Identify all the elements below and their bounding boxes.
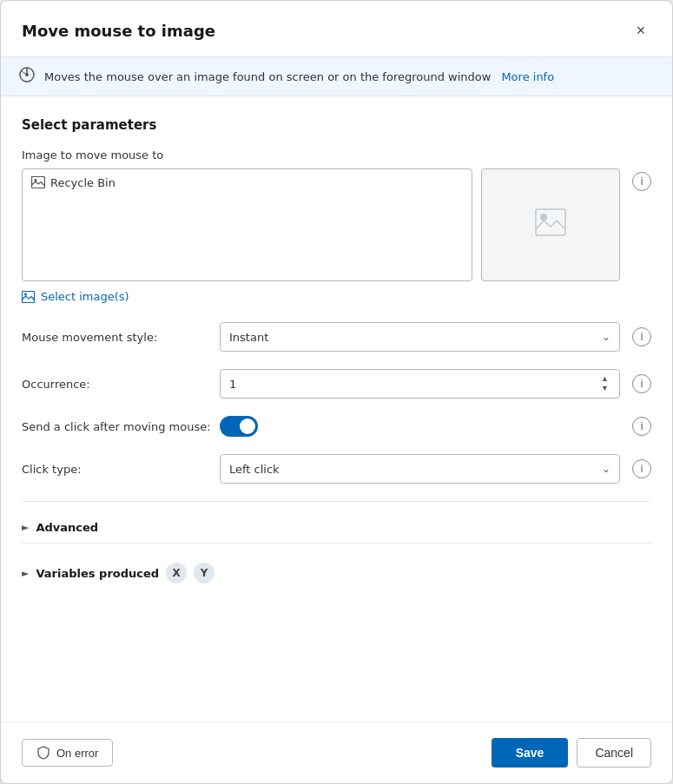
variables-row[interactable]: ► Variables produced X Y	[22, 557, 651, 589]
advanced-chevron-icon: ►	[22, 522, 29, 533]
on-error-button[interactable]: On error	[22, 739, 113, 767]
mouse-movement-style-label: Mouse movement style:	[22, 331, 213, 344]
mouse-movement-style-dropdown[interactable]: Instant ⌄	[220, 322, 620, 352]
select-images-label: Select image(s)	[41, 290, 129, 303]
variables-label: Variables produced	[36, 567, 159, 580]
svg-point-7	[540, 214, 547, 221]
send-click-toggle[interactable]	[220, 416, 258, 437]
divider-1	[22, 501, 651, 502]
click-type-control: Left click ⌄ i	[220, 454, 651, 484]
image-field-label: Image to move mouse to	[22, 148, 651, 161]
send-click-control: i	[220, 416, 651, 437]
mouse-movement-style-info-button[interactable]: i	[632, 327, 651, 346]
svg-point-9	[24, 293, 27, 295]
occurrence-down-button[interactable]: ▼	[599, 384, 610, 393]
close-button[interactable]: ×	[627, 16, 655, 44]
image-main-box[interactable]: Recycle Bin	[22, 168, 472, 281]
dialog-title: Move mouse to image	[22, 22, 215, 40]
cancel-button[interactable]: Cancel	[577, 738, 651, 768]
section-title: Select parameters	[22, 117, 651, 133]
content: Select parameters Image to move mouse to	[1, 96, 672, 721]
advanced-label: Advanced	[36, 521, 98, 534]
image-info-button[interactable]: i	[632, 172, 651, 191]
save-button[interactable]: Save	[492, 738, 569, 768]
svg-rect-6	[536, 209, 565, 235]
occurrence-input[interactable]: 1 ▲ ▼	[220, 369, 620, 399]
svg-rect-4	[32, 177, 45, 188]
occurrence-value: 1	[229, 378, 236, 391]
variables-chevron-icon: ►	[22, 568, 29, 579]
mouse-movement-style-row: Mouse movement style: Instant ⌄ i	[22, 322, 651, 352]
image-preview-box	[481, 168, 620, 281]
preview-placeholder-icon	[535, 208, 566, 242]
info-banner-text: Moves the mouse over an image found on s…	[44, 70, 491, 83]
send-click-label: Send a click after moving mouse:	[22, 420, 213, 433]
svg-rect-8	[23, 291, 35, 302]
send-click-info-button[interactable]: i	[632, 417, 651, 436]
more-info-link[interactable]: More info	[501, 70, 554, 83]
click-type-label: Click type:	[22, 463, 213, 476]
image-row-wrapper: Recycle Bin	[22, 168, 651, 322]
occurrence-label: Occurrence:	[22, 378, 213, 391]
select-images-link[interactable]: Select image(s)	[22, 290, 129, 303]
occurrence-row: Occurrence: 1 ▲ ▼ i	[22, 369, 651, 399]
mouse-icon	[18, 66, 36, 87]
image-label: Recycle Bin	[50, 176, 115, 189]
click-type-value: Left click	[229, 463, 280, 476]
info-banner: Moves the mouse over an image found on s…	[1, 56, 672, 96]
mouse-movement-style-arrow: ⌄	[602, 331, 610, 343]
send-click-row: Send a click after moving mouse: i	[22, 416, 651, 437]
click-type-info-button[interactable]: i	[632, 459, 651, 478]
mouse-movement-style-value: Instant	[229, 331, 268, 344]
footer: On error Save Cancel	[1, 721, 672, 783]
title-bar: Move mouse to image ×	[1, 1, 672, 56]
dialog: Move mouse to image × Moves the mouse ov…	[0, 0, 673, 784]
occurrence-spinners: ▲ ▼	[599, 370, 610, 398]
svg-line-3	[22, 71, 27, 75]
advanced-expandable[interactable]: ► Advanced	[22, 516, 651, 539]
image-thumbnail-icon	[31, 176, 45, 191]
shield-icon	[36, 746, 50, 760]
on-error-label: On error	[56, 747, 98, 760]
variable-badge-x: X	[166, 563, 187, 583]
occurrence-info-button[interactable]: i	[632, 374, 651, 393]
toggle-knob	[240, 418, 255, 434]
click-type-dropdown[interactable]: Left click ⌄	[220, 454, 620, 484]
occurrence-control: 1 ▲ ▼ i	[220, 369, 651, 399]
footer-right: Save Cancel	[492, 738, 651, 768]
occurrence-up-button[interactable]: ▲	[599, 374, 610, 384]
click-type-row: Click type: Left click ⌄ i	[22, 454, 651, 484]
click-type-arrow: ⌄	[602, 463, 610, 475]
divider-2	[22, 543, 651, 544]
mouse-movement-style-control: Instant ⌄ i	[220, 322, 651, 352]
variable-badge-y: Y	[194, 563, 214, 583]
image-boxes-row: Recycle Bin	[22, 168, 620, 281]
